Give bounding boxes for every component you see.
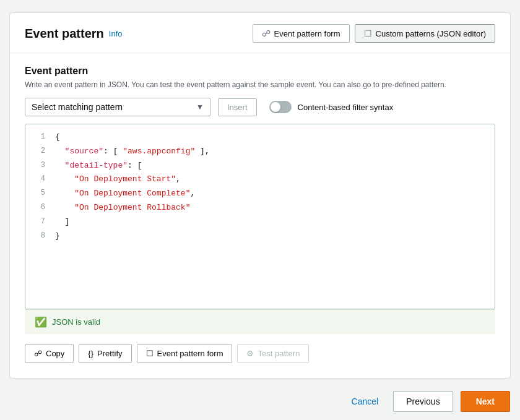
code-line-1: 1 { bbox=[25, 131, 495, 145]
panel-body: Event pattern Write an event pattern in … bbox=[10, 53, 510, 378]
form-icon: ☍ bbox=[262, 28, 271, 38]
json-icon: ☐ bbox=[364, 28, 372, 38]
footer: Cancel Previous Next bbox=[0, 379, 520, 420]
cancel-button[interactable]: Cancel bbox=[344, 392, 386, 411]
toggle-label: Content-based filter syntax bbox=[298, 103, 394, 112]
copy-button[interactable]: ☍ Copy bbox=[25, 344, 74, 363]
insert-label: Insert bbox=[227, 103, 248, 112]
event-form-label: Event pattern form bbox=[157, 349, 223, 358]
test-pattern-button[interactable]: ⚙ Test pattern bbox=[237, 344, 309, 363]
code-line-3: 3 "detail-type": [ bbox=[25, 159, 495, 173]
next-button[interactable]: Next bbox=[461, 391, 510, 412]
tab-form-label: Event pattern form bbox=[274, 29, 340, 38]
tab-json-label: Custom patterns (JSON editor) bbox=[376, 29, 486, 38]
code-editor[interactable]: 1 { 2 "source": [ "aws.appconfig" ], 3 "… bbox=[25, 124, 495, 309]
valid-icon: ✅ bbox=[35, 316, 47, 328]
panel-title: Event pattern Info bbox=[25, 27, 123, 41]
prettify-icon: {} bbox=[88, 349, 93, 358]
code-line-8: 8 } bbox=[25, 229, 495, 244]
test-icon: ⚙ bbox=[246, 349, 254, 358]
info-link[interactable]: Info bbox=[109, 29, 123, 38]
copy-icon: ☍ bbox=[34, 349, 42, 358]
previous-button[interactable]: Previous bbox=[393, 391, 453, 412]
test-label: Test pattern bbox=[258, 349, 300, 358]
code-line-2: 2 "source": [ "aws.appconfig" ], bbox=[25, 145, 495, 159]
insert-button[interactable]: Insert bbox=[218, 98, 257, 116]
action-row: ☍ Copy {} Prettify ☐ Event pattern form … bbox=[25, 334, 495, 366]
prettify-label: Prettify bbox=[97, 349, 122, 358]
main-panel: Event pattern Info ☍ Event pattern form … bbox=[9, 12, 511, 379]
code-line-7: 7 ] bbox=[25, 215, 495, 229]
event-form-icon: ☐ bbox=[146, 349, 154, 358]
code-line-5: 5 "On Deployment Complete", bbox=[25, 187, 495, 201]
chevron-down-icon: ▼ bbox=[196, 103, 204, 111]
event-pattern-form-button[interactable]: ☐ Event pattern form bbox=[137, 344, 233, 363]
valid-message: JSON is valid bbox=[52, 317, 100, 327]
tab-custom-patterns[interactable]: ☐ Custom patterns (JSON editor) bbox=[355, 24, 495, 43]
code-line-6: 6 "On Deployment Rollback" bbox=[25, 201, 495, 215]
page-title: Event pattern bbox=[25, 27, 104, 41]
tab-event-pattern-form[interactable]: ☍ Event pattern form bbox=[253, 24, 350, 43]
section-title: Event pattern bbox=[25, 66, 495, 77]
toggle-row: Content-based filter syntax bbox=[269, 101, 394, 113]
controls-row: Select matching pattern ▼ Insert Content… bbox=[25, 98, 495, 116]
select-matching-pattern[interactable]: Select matching pattern ▼ bbox=[25, 98, 210, 116]
prettify-button[interactable]: {} Prettify bbox=[79, 344, 131, 363]
section-desc: Write an event pattern in JSON. You can … bbox=[25, 80, 495, 89]
content-filter-toggle[interactable] bbox=[269, 101, 292, 113]
header-buttons: ☍ Event pattern form ☐ Custom patterns (… bbox=[253, 24, 495, 43]
toggle-knob bbox=[271, 102, 280, 112]
select-placeholder: Select matching pattern bbox=[32, 102, 123, 112]
valid-bar: ✅ JSON is valid bbox=[25, 309, 495, 334]
panel-header: Event pattern Info ☍ Event pattern form … bbox=[10, 13, 510, 53]
copy-label: Copy bbox=[46, 349, 64, 358]
code-line-4: 4 "On Deployment Start", bbox=[25, 173, 495, 187]
